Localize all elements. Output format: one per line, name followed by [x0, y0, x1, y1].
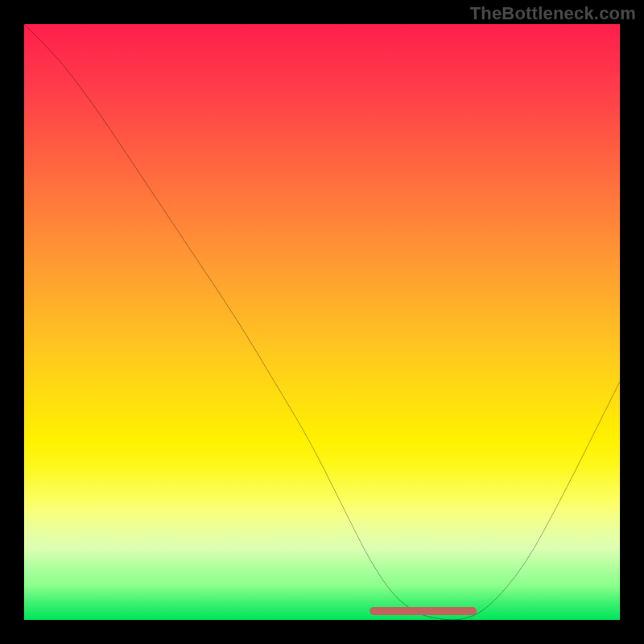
- curve-path: [24, 24, 620, 620]
- watermark-label: TheBottleneck.com: [470, 3, 636, 24]
- chart-frame: TheBottleneck.com: [0, 0, 644, 644]
- bottleneck-curve: [24, 24, 620, 620]
- plot-area: [24, 24, 620, 620]
- optimal-range-marker: [369, 607, 477, 615]
